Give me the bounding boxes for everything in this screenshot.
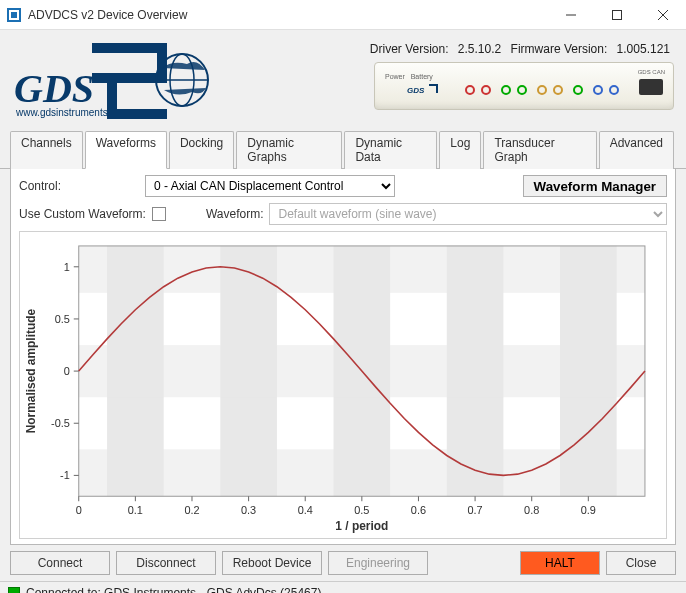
engineering-button[interactable]: Engineering [328, 551, 428, 575]
svg-text:-0.5: -0.5 [51, 417, 70, 429]
use-custom-label: Use Custom Waveform: [19, 207, 146, 221]
header: GDS www.gdsinstruments.com Driver Versio… [0, 30, 686, 128]
tab-transducer-graph[interactable]: Transducer Graph [483, 131, 596, 169]
svg-text:1 / period: 1 / period [335, 519, 388, 533]
svg-rect-4 [613, 10, 622, 19]
device-image: Power Battery GDS GDS CAN [374, 62, 674, 110]
connect-button[interactable]: Connect [10, 551, 110, 575]
status-bar: Connected to: GDS Instruments - GDS AdvD… [0, 581, 686, 593]
app-icon [6, 7, 22, 23]
waveforms-panel: Control: 0 - Axial CAN Displacement Cont… [10, 169, 676, 545]
svg-text:-1: -1 [60, 469, 70, 481]
waveform-label: Waveform: [206, 207, 264, 221]
disconnect-button[interactable]: Disconnect [116, 551, 216, 575]
svg-text:0: 0 [76, 504, 82, 516]
tab-waveforms[interactable]: Waveforms [85, 131, 167, 169]
chart-canvas: 00.10.20.30.40.50.60.70.80.9-1-0.500.511… [20, 236, 658, 534]
waveform-select[interactable]: Default waveform (sine wave) [269, 203, 667, 225]
svg-text:0.5: 0.5 [354, 504, 369, 516]
logo: GDS www.gdsinstruments.com [12, 36, 222, 128]
firmware-version-value: 1.005.121 [617, 42, 670, 56]
use-custom-checkbox[interactable] [152, 207, 166, 221]
reboot-button[interactable]: Reboot Device [222, 551, 322, 575]
title-bar: ADVDCS v2 Device Overview [0, 0, 686, 30]
firmware-version-label: Firmware Version: [511, 42, 608, 56]
svg-text:0.9: 0.9 [581, 504, 596, 516]
svg-text:0.7: 0.7 [468, 504, 483, 516]
status-text: Connected to: GDS Instruments - GDS AdvD… [26, 586, 321, 594]
driver-version-value: 2.5.10.2 [458, 42, 501, 56]
svg-text:0.5: 0.5 [55, 313, 70, 325]
driver-version-label: Driver Version: [370, 42, 449, 56]
window-controls [548, 0, 686, 30]
connection-status-icon [8, 587, 20, 594]
svg-text:0.1: 0.1 [128, 504, 143, 516]
bottom-button-bar: Connect Disconnect Reboot Device Enginee… [0, 545, 686, 581]
tab-bar: Channels Waveforms Docking Dynamic Graph… [0, 130, 686, 169]
window-title: ADVDCS v2 Device Overview [28, 8, 548, 22]
svg-text:0.2: 0.2 [184, 504, 199, 516]
tab-docking[interactable]: Docking [169, 131, 234, 169]
waveform-chart: 00.10.20.30.40.50.60.70.80.9-1-0.500.511… [19, 231, 667, 539]
close-window-button[interactable] [640, 0, 686, 30]
svg-text:GDS: GDS [407, 86, 425, 95]
halt-button[interactable]: HALT [520, 551, 600, 575]
tab-channels[interactable]: Channels [10, 131, 83, 169]
svg-text:Normalised amplitude: Normalised amplitude [24, 309, 38, 434]
maximize-button[interactable] [594, 0, 640, 30]
control-label: Control: [19, 179, 139, 193]
tab-dynamic-data[interactable]: Dynamic Data [344, 131, 437, 169]
minimize-button[interactable] [548, 0, 594, 30]
tab-dynamic-graphs[interactable]: Dynamic Graphs [236, 131, 342, 169]
svg-rect-2 [11, 12, 17, 18]
svg-text:0.6: 0.6 [411, 504, 426, 516]
tab-advanced[interactable]: Advanced [599, 131, 674, 169]
version-row: Driver Version: 2.5.10.2 Firmware Versio… [364, 42, 670, 56]
svg-text:0.8: 0.8 [524, 504, 539, 516]
control-select[interactable]: 0 - Axial CAN Displacement Control [145, 175, 395, 197]
waveform-manager-button[interactable]: Waveform Manager [523, 175, 667, 197]
svg-text:0.4: 0.4 [298, 504, 313, 516]
close-button[interactable]: Close [606, 551, 676, 575]
tab-log[interactable]: Log [439, 131, 481, 169]
svg-text:1: 1 [64, 261, 70, 273]
svg-text:0.3: 0.3 [241, 504, 256, 516]
svg-text:0: 0 [64, 365, 70, 377]
svg-text:GDS: GDS [14, 66, 94, 111]
